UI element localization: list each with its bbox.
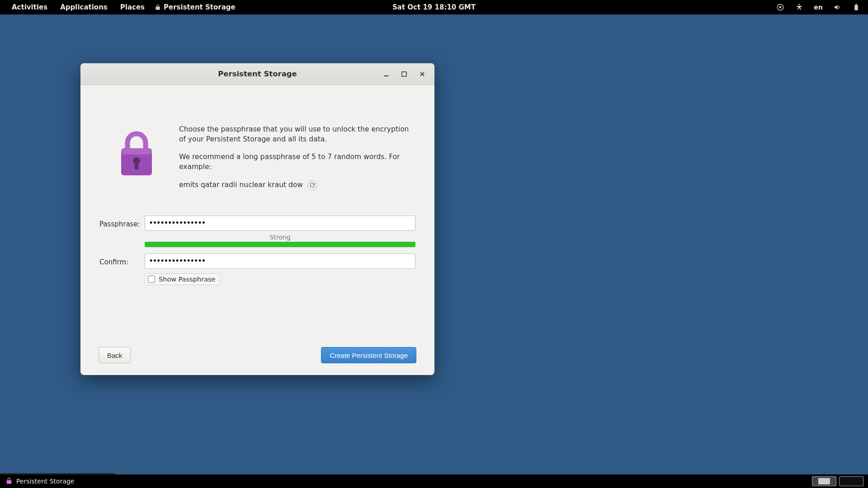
active-app-indicator[interactable]: Persistent Storage (155, 3, 236, 11)
svg-rect-2 (854, 5, 858, 10)
star-indicator-icon[interactable] (776, 3, 785, 12)
bottom-panel: Persistent Storage (0, 474, 868, 488)
confirm-label: Confirm: (99, 256, 138, 266)
confirm-row: Confirm: (99, 253, 415, 269)
show-passphrase-label: Show Passphrase (159, 276, 216, 283)
window-title: Persistent Storage (218, 70, 297, 78)
active-app-label: Persistent Storage (164, 3, 236, 11)
persistent-storage-window: Persistent Storage (80, 63, 434, 375)
strength-bar (145, 242, 415, 247)
lock-icon (5, 477, 13, 486)
taskbar-item-persistent-storage[interactable]: Persistent Storage (0, 474, 80, 488)
accessibility-icon[interactable] (795, 3, 804, 12)
taskbar-item-label: Persistent Storage (16, 478, 74, 485)
passphrase-input[interactable] (145, 216, 415, 231)
task-accent (0, 473, 115, 474)
strength-label: Strong (145, 234, 415, 241)
keyboard-layout-indicator[interactable]: en (814, 3, 823, 12)
intro-row: Choose the passphrase that you will use … (99, 102, 416, 203)
window-content: Choose the passphrase that you will use … (80, 85, 434, 375)
description-block: Choose the passphrase that you will use … (179, 125, 416, 190)
svg-rect-5 (402, 72, 406, 76)
lock-illustration (114, 125, 159, 180)
passphrase-row: Passphrase: (99, 216, 415, 231)
workspace-1[interactable] (812, 476, 836, 486)
create-button[interactable]: Create Persistent Storage (321, 347, 416, 363)
top-panel-right: en (776, 3, 868, 12)
action-row: Back Create Persistent Storage (99, 338, 416, 363)
top-panel-left: Activities Applications Places Persisten… (0, 3, 236, 11)
places-menu[interactable]: Places (114, 3, 151, 11)
example-passphrase: emits qatar radii nuclear kraut dow (179, 180, 303, 190)
window-titlebar[interactable]: Persistent Storage (80, 63, 434, 85)
passphrase-form: Passphrase: Strong Confirm: Show Passphr… (99, 216, 416, 285)
description-line1: Choose the passphrase that you will use … (179, 125, 416, 144)
example-row: emits qatar radii nuclear kraut dow (179, 180, 416, 190)
show-passphrase-toggle[interactable]: Show Passphrase (145, 273, 221, 285)
activities-menu[interactable]: Activities (5, 3, 54, 11)
show-passphrase-checkbox[interactable] (148, 276, 155, 283)
svg-point-1 (799, 4, 800, 5)
top-panel: Activities Applications Places Persisten… (0, 0, 868, 14)
regenerate-button[interactable] (307, 180, 317, 190)
svg-rect-7 (121, 148, 152, 155)
lock-icon (155, 4, 161, 10)
svg-rect-4 (384, 75, 388, 76)
description-line2: We recommend a long passphrase of 5 to 7… (179, 152, 416, 172)
back-button[interactable]: Back (99, 347, 131, 363)
volume-icon[interactable] (833, 3, 842, 12)
confirm-input[interactable] (145, 253, 415, 269)
svg-rect-3 (856, 4, 857, 5)
clock[interactable]: Sat Oct 19 18:10 GMT (392, 3, 476, 11)
close-button[interactable] (418, 70, 426, 78)
workspace-switcher[interactable] (812, 476, 868, 486)
maximize-button[interactable] (400, 70, 408, 78)
workspace-2[interactable] (839, 476, 863, 486)
window-controls (382, 70, 434, 78)
applications-menu[interactable]: Applications (54, 3, 114, 11)
minimize-button[interactable] (382, 70, 390, 78)
passphrase-label: Passphrase: (99, 218, 138, 228)
svg-rect-9 (135, 162, 138, 170)
battery-icon[interactable] (852, 3, 861, 12)
